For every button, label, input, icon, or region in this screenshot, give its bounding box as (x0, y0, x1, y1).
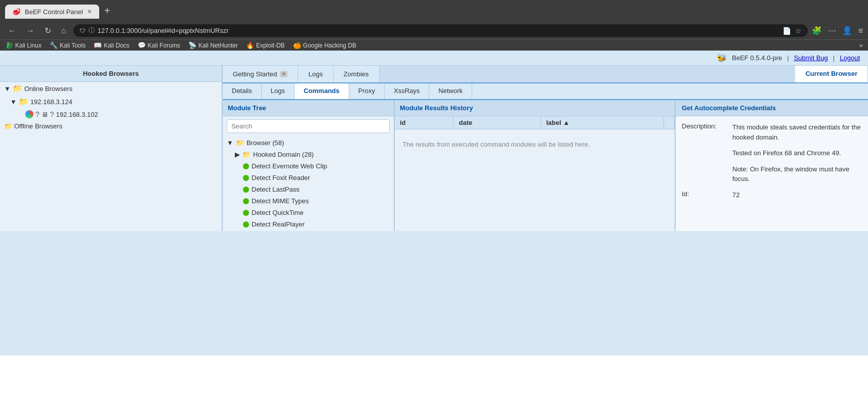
description-row: Description: This module steals saved cr… (682, 122, 862, 142)
subtab-network[interactable]: Network (429, 83, 472, 99)
logout-link[interactable]: Logout (840, 54, 860, 62)
id-value: 72 (732, 190, 739, 200)
target-browser-item[interactable]: ▶ ? 🖥 ? 192.168.3.102 (0, 108, 222, 120)
profile-icon[interactable]: 👤 (842, 26, 852, 35)
module-status-dot (243, 221, 249, 228)
results-empty-message: The results from executed command module… (395, 129, 675, 160)
subtab-proxy[interactable]: Proxy (349, 83, 385, 99)
results-table: id date label ▲ The results from execute… (395, 116, 675, 160)
kali-nethunter-icon: 📡 (188, 41, 196, 49)
exploit-db-icon: 🔥 (246, 41, 254, 49)
bookmark-kali-forums-label: Kali Forums (148, 42, 180, 49)
id-label: Id: (682, 190, 727, 200)
list-item[interactable]: Detect LastPass (223, 184, 394, 195)
reader-view-icon[interactable]: 📄 (782, 27, 791, 35)
col-date[interactable]: date (453, 116, 541, 129)
subtab-logs[interactable]: Logs (262, 83, 295, 99)
description-label: Description: (682, 122, 727, 142)
extensions-icon[interactable]: 🧩 (812, 26, 822, 35)
subtab-details[interactable]: Details (223, 83, 262, 99)
hooked-browsers-header: Hooked Browsers (0, 66, 222, 82)
bookmark-kali-tools[interactable]: 🔧 Kali Tools (50, 41, 86, 49)
address-input-wrap: 🛡 ⓘ 📄 ☆ (73, 24, 808, 37)
module-detect-foxit-label: Detect Foxit Reader (252, 174, 310, 182)
tab-bar: 🥩 BeEF Control Panel ✕ + (5, 3, 114, 19)
tab-logs-label: Logs (308, 70, 322, 78)
tab-zombies[interactable]: Zombies (334, 66, 380, 82)
menu-dots-icon[interactable]: ⋯ (828, 26, 836, 35)
sub-tabs-row: Details Logs Commands Proxy XssRays Netw… (223, 83, 868, 100)
list-item[interactable]: Detect MIME Types (223, 195, 394, 207)
module-detect-realplayer-label: Detect RealPlayer (252, 220, 305, 228)
bookmark-kali-linux[interactable]: 🐉 Kali Linux (5, 41, 42, 49)
offline-browsers-item[interactable]: 📁 Offline Browsers (0, 120, 222, 132)
target-ip-label: 192.168.3.102 (56, 111, 98, 118)
tab-getting-started-close[interactable]: ✕ (280, 71, 287, 77)
hooked-domain-label: Hooked Domain (28) (253, 151, 314, 158)
offline-browsers-label: Offline Browsers (14, 122, 62, 130)
address-protocol: ⓘ (89, 26, 95, 35)
beef-sep2: | (833, 54, 835, 62)
browser-group-item[interactable]: ▼ 📁 Browser (58) (223, 137, 394, 149)
home-button[interactable]: ⌂ (58, 25, 69, 37)
list-item[interactable]: Detect QuickTime (223, 207, 394, 218)
note-value: Note: On Firefox, the window must have f… (732, 164, 862, 184)
online-browsers-item[interactable]: ▼ 📁 Online Browsers (0, 82, 222, 95)
bookmark-kali-linux-label: Kali Linux (15, 42, 42, 49)
list-item[interactable]: Detect Evernote Web Clip (223, 160, 394, 172)
subtab-network-label: Network (438, 87, 463, 95)
detail-panel-body: Description: This module steals saved cr… (676, 116, 868, 206)
bookmark-exploit-db-label: Exploit-DB (256, 42, 285, 49)
browser-icon-row: ? 🖥 ? 192.168.3.102 (25, 110, 98, 118)
detail-panel: Get Autocomplete Credentials Description… (676, 100, 868, 231)
tab-current-browser[interactable]: Current Browser (795, 66, 868, 82)
list-item[interactable]: Detect Foxit Reader (223, 172, 394, 184)
beef-version: BeEF 0.5.4.0-pre (732, 54, 782, 62)
new-tab-button[interactable]: + (100, 3, 114, 19)
module-search-input[interactable] (227, 119, 390, 133)
browser-menu-icons: 🧩 ⋯ 👤 ≡ (812, 26, 863, 35)
id-row: Id: 72 (682, 190, 862, 200)
collapse-browser-icon: ▼ (227, 139, 233, 147)
hamburger-menu-icon[interactable]: ≡ (858, 26, 863, 35)
col-label[interactable]: label ▲ (541, 116, 664, 129)
refresh-button[interactable]: ↻ (42, 24, 54, 37)
subtab-xssrays[interactable]: XssRays (385, 83, 429, 99)
main-layout: Hooked Browsers ▼ 📁 Online Browsers ▼ 📁 … (0, 66, 868, 231)
submit-bug-link[interactable]: Submit Bug (794, 54, 828, 62)
tab-getting-started-label: Getting Started (233, 70, 277, 78)
bookmark-exploit-db[interactable]: 🔥 Exploit-DB (246, 41, 285, 49)
list-item[interactable]: Detect RealPlayer (223, 218, 394, 230)
hooked-domain-item[interactable]: ▶ 📁 Hooked Domain (28) (223, 149, 394, 160)
bookmark-google-hacking-db-label: Google Hacking DB (303, 42, 356, 49)
ip-group-label: 192.168.3.124 (30, 98, 72, 106)
subtab-commands[interactable]: Commands (295, 83, 349, 99)
bookmark-star-icon[interactable]: ☆ (795, 27, 802, 35)
col-id[interactable]: id (395, 116, 453, 129)
subtab-logs-label: Logs (271, 87, 285, 95)
bookmark-kali-tools-label: Kali Tools (60, 42, 86, 49)
beef-topbar: 🐝 BeEF 0.5.4.0-pre | Submit Bug | Logout (0, 51, 868, 66)
tested-value: Tested on Firefox 68 and Chrome 49. (732, 148, 841, 158)
tab-logs[interactable]: Logs (298, 66, 333, 82)
bookmark-kali-nethunter[interactable]: 📡 Kali NetHunter (188, 41, 238, 49)
question-mark-2-icon: ? (50, 110, 54, 118)
note-label (682, 164, 727, 184)
subtab-commands-label: Commands (304, 87, 340, 95)
module-tree-header: Module Tree (223, 100, 394, 116)
ip-group-item[interactable]: ▼ 📁 192.168.3.124 (0, 95, 222, 108)
browser-tab-beef[interactable]: 🥩 BeEF Control Panel ✕ (5, 5, 99, 19)
tested-row: Tested on Firefox 68 and Chrome 49. (682, 148, 862, 158)
browser-folder-icon: 📁 (236, 139, 244, 147)
forward-button[interactable]: → (23, 25, 37, 37)
back-button[interactable]: ← (5, 25, 19, 37)
tab-current-browser-label: Current Browser (805, 70, 857, 77)
bookmark-kali-docs[interactable]: 📖 Kali Docs (94, 41, 130, 49)
tab-close-icon[interactable]: ✕ (87, 8, 92, 15)
bookmark-google-hacking-db[interactable]: 🍊 Google Hacking DB (293, 41, 356, 49)
tab-getting-started[interactable]: Getting Started ✕ (223, 66, 298, 82)
bookmark-kali-forums[interactable]: 💬 Kali Forums (138, 41, 180, 49)
address-input[interactable] (98, 27, 779, 34)
bookmarks-more-icon[interactable]: » (859, 41, 863, 49)
online-browsers-label: Online Browsers (24, 85, 72, 93)
